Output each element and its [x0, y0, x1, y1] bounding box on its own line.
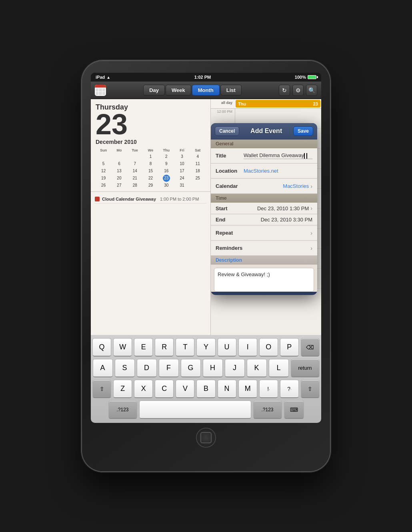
day-number: 23: [96, 110, 206, 139]
home-button[interactable]: [196, 428, 216, 448]
calendar-icon[interactable]: [95, 85, 106, 96]
modal-header: Cancel Add Event Save: [211, 123, 317, 139]
key-question[interactable]: ?.: [280, 380, 299, 398]
settings-button[interactable]: ⚙: [292, 85, 304, 96]
key-exclaim[interactable]: !,: [259, 380, 278, 398]
location-label: Location: [216, 168, 244, 174]
key-y[interactable]: Y: [196, 338, 215, 357]
key-m[interactable]: M: [238, 380, 257, 398]
toolbar: Day Week Month List ↻ ⚙ 🔍: [91, 82, 321, 99]
shift-right-key[interactable]: ⇧: [301, 380, 320, 398]
key-l[interactable]: L: [269, 359, 289, 377]
ipad-screen: iPad ▲ 1:02 PM 100% Day Week Month: [91, 73, 321, 423]
ipad-device: iPad ▲ 1:02 PM 100% Day Week Month: [82, 61, 330, 471]
general-section-header: General: [211, 139, 317, 148]
view-nav: Day Week Month List: [108, 85, 276, 96]
modal-title: Add Event: [250, 128, 282, 135]
time-section-header: Time: [211, 194, 317, 203]
reminders-row[interactable]: Reminders ›: [211, 241, 317, 256]
location-row: Location MacStories.net: [211, 163, 317, 179]
week-tab[interactable]: Week: [166, 85, 191, 96]
search-button[interactable]: 🔍: [306, 85, 317, 96]
key-q[interactable]: Q: [92, 338, 111, 357]
add-event-modal: Cancel Add Event Save General Title: [211, 123, 317, 295]
key-k[interactable]: K: [247, 359, 267, 377]
return-key[interactable]: return: [291, 359, 320, 377]
day-tab[interactable]: Day: [143, 85, 165, 96]
status-left: iPad ▲: [96, 75, 110, 80]
keyboard-row-4: .?123 .?123 ⌨: [92, 400, 320, 419]
key-v[interactable]: V: [176, 380, 194, 398]
key-j[interactable]: J: [225, 359, 245, 377]
month-tab[interactable]: Month: [192, 85, 220, 96]
calendar-right-panel: all day Thu 23 12:00 PM 1:00: [211, 99, 321, 335]
key-u[interactable]: U: [218, 338, 236, 357]
space-key[interactable]: [139, 400, 251, 419]
battery-icon: [308, 75, 316, 79]
status-bar: iPad ▲ 1:02 PM 100%: [91, 73, 321, 82]
repeat-row[interactable]: Repeat ›: [211, 225, 317, 241]
numbers-left-key[interactable]: .?123: [108, 400, 137, 419]
event-time: 1:00 PM to 2:00 PM: [160, 197, 199, 201]
key-z[interactable]: Z: [113, 380, 132, 398]
chevron-right-icon: ›: [310, 230, 312, 236]
description-section-header: Description: [211, 256, 317, 265]
backspace-key[interactable]: ⌫: [301, 338, 320, 357]
key-d[interactable]: D: [137, 359, 157, 377]
key-f[interactable]: F: [159, 359, 179, 377]
toolbar-right: ↻ ⚙ 🔍: [279, 85, 317, 96]
list-item[interactable]: Cloud Calendar Giveaway 1:00 PM to 2:00 …: [95, 195, 206, 203]
key-h[interactable]: H: [203, 359, 223, 377]
calendar-main: Thursday 23 December 2010 Sun Mo Tue We …: [91, 99, 321, 335]
numbers-right-key[interactable]: .?123: [253, 400, 282, 419]
key-g[interactable]: G: [181, 359, 201, 377]
save-button[interactable]: Save: [293, 126, 313, 136]
title-input[interactable]: Wallet Dilemma Giveaway: [244, 152, 312, 159]
key-w[interactable]: W: [113, 338, 132, 357]
chevron-right-icon: ›: [310, 183, 312, 189]
mini-cal-header: Sun Mo Tue We Thu Fri Sat: [96, 147, 206, 153]
key-t[interactable]: T: [176, 338, 194, 357]
key-b[interactable]: B: [196, 380, 215, 398]
event-list: Cloud Calendar Giveaway 1:00 PM to 2:00 …: [91, 192, 210, 207]
mini-cal-grid[interactable]: 1 2 3 4 5 6 7 8 9 10 11 12 13: [96, 153, 206, 189]
wifi-icon: ▲: [106, 75, 110, 80]
chevron-right-icon: ›: [310, 205, 312, 211]
list-tab[interactable]: List: [220, 85, 242, 96]
modal-body: General Title Wallet Dilemma Giveaway L: [211, 139, 317, 292]
title-label: Title: [216, 153, 244, 159]
time-section: Start Dec 23, 2010 1:30 PM › End Dec 23,…: [211, 203, 317, 225]
month-year: December 2010: [96, 139, 206, 145]
key-x[interactable]: X: [134, 380, 153, 398]
event-color-dot: [95, 197, 100, 201]
title-row: Title Wallet Dilemma Giveaway: [211, 148, 317, 163]
key-o[interactable]: O: [259, 338, 278, 357]
end-time-row[interactable]: End Dec 23, 2010 3:30 PM: [211, 214, 317, 225]
key-s[interactable]: S: [115, 359, 135, 377]
modal-overlay: Cancel Add Event Save General Title: [211, 99, 321, 335]
description-field[interactable]: Review & Giveaway! ;): [214, 268, 314, 292]
key-p[interactable]: P: [280, 338, 299, 357]
battery-percent: 100%: [295, 75, 306, 80]
key-r[interactable]: R: [155, 338, 174, 357]
end-value: Dec 23, 2010 3:30 PM: [236, 217, 312, 223]
text-cursor: [306, 153, 307, 159]
location-value[interactable]: MacStories.net: [244, 168, 312, 174]
chevron-right-icon: ›: [310, 245, 312, 251]
key-e[interactable]: E: [134, 338, 153, 357]
keyboard-row-1: Q W E R T Y U I O P ⌫: [92, 338, 320, 357]
key-a[interactable]: A: [93, 359, 113, 377]
key-n[interactable]: N: [218, 380, 236, 398]
key-i[interactable]: I: [238, 338, 257, 357]
keyboard-dismiss-key[interactable]: ⌨: [284, 400, 304, 419]
calendar-row[interactable]: Calendar MacStories ›: [211, 179, 317, 194]
cancel-button[interactable]: Cancel: [215, 126, 239, 136]
text-cursor: [304, 153, 305, 159]
shift-left-key[interactable]: ⇧: [92, 380, 111, 398]
start-time-row[interactable]: Start Dec 23, 2010 1:30 PM ›: [211, 203, 317, 214]
keyboard-row-2: A S D F G H J K L return: [92, 359, 320, 377]
key-c[interactable]: C: [155, 380, 174, 398]
end-label: End: [216, 217, 236, 223]
mini-calendar: Sun Mo Tue We Thu Fri Sat 1: [96, 147, 206, 189]
refresh-button[interactable]: ↻: [279, 85, 290, 96]
